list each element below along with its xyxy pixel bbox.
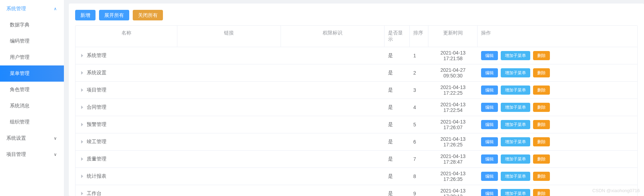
cell-name-text: 统计报表 — [87, 173, 106, 179]
cell-name-text: 系统设置 — [87, 70, 106, 76]
delete-button[interactable]: 删除 — [533, 86, 550, 95]
edit-button[interactable]: 编辑 — [481, 172, 498, 181]
cell-sort: 5 — [410, 118, 428, 132]
edit-button[interactable]: 编辑 — [481, 189, 498, 196]
cell-time: 2021-04-13 17:26:35 — [428, 168, 478, 185]
add-child-button[interactable]: 增加子菜单 — [501, 68, 530, 77]
cell-ops: 编辑增加子菜单删除 — [478, 186, 637, 196]
cell-show: 是 — [385, 66, 410, 80]
table-row: 系统管理是12021-04-13 17:21:58编辑增加子菜单删除 — [75, 47, 637, 64]
th-time: 更新时间 — [428, 26, 478, 47]
add-child-button[interactable]: 增加子菜单 — [501, 86, 530, 95]
table-row: 质量管理是72021-04-13 17:28:47编辑增加子菜单删除 — [75, 151, 637, 168]
cell-link — [177, 152, 281, 166]
add-child-button[interactable]: 增加子菜单 — [501, 120, 530, 129]
expand-caret-icon[interactable] — [81, 140, 83, 144]
expand-caret-icon[interactable] — [81, 157, 83, 161]
expand-caret-icon[interactable] — [81, 88, 83, 92]
cell-name: 预警管理 — [75, 118, 177, 132]
add-child-button[interactable]: 增加子菜单 — [501, 172, 530, 181]
cell-show: 是 — [385, 118, 410, 132]
sidebar-item-0-0[interactable]: 数据字典 — [0, 17, 64, 33]
sidebar-group-0[interactable]: 系统管理 — [0, 1, 64, 17]
cell-show: 是 — [385, 169, 410, 183]
cell-link — [177, 66, 281, 80]
add-child-button[interactable]: 增加子菜单 — [501, 154, 530, 164]
add-child-button[interactable]: 增加子菜单 — [501, 51, 530, 60]
sidebar-group-label: 项目管理 — [6, 151, 26, 158]
cell-show: 是 — [385, 152, 410, 166]
expand-caret-icon[interactable] — [81, 192, 83, 195]
sidebar-group-2[interactable]: 项目管理 — [0, 146, 64, 163]
expand-caret-icon[interactable] — [81, 54, 83, 57]
sidebar-group-1[interactable]: 系统设置 — [0, 130, 64, 146]
edit-button[interactable]: 编辑 — [481, 51, 498, 60]
th-name: 名称 — [75, 26, 177, 47]
table-row: 统计报表是82021-04-13 17:26:35编辑增加子菜单删除 — [75, 168, 637, 185]
sidebar-item-0-1[interactable]: 编码管理 — [0, 33, 64, 49]
edit-button[interactable]: 编辑 — [481, 68, 498, 77]
cell-sort: 9 — [410, 186, 428, 196]
expand-all-button[interactable]: 展开所有 — [99, 10, 129, 20]
th-perm: 权限标识 — [281, 26, 385, 47]
cell-show: 是 — [385, 135, 410, 149]
collapse-all-button[interactable]: 关闭所有 — [133, 10, 163, 20]
sidebar-group-label: 系统管理 — [6, 6, 26, 12]
edit-button[interactable]: 编辑 — [481, 86, 498, 95]
expand-caret-icon[interactable] — [81, 106, 83, 109]
sidebar: 系统管理数据字典编码管理用户管理菜单管理角色管理系统消息组织管理系统设置项目管理 — [0, 0, 64, 196]
cell-name: 合同管理 — [75, 100, 177, 114]
delete-button[interactable]: 删除 — [533, 51, 550, 60]
cell-time: 2021-04-13 17:28:47 — [428, 151, 478, 167]
cell-name: 统计报表 — [75, 169, 177, 183]
expand-caret-icon[interactable] — [81, 123, 83, 126]
delete-button[interactable]: 删除 — [533, 172, 550, 181]
delete-button[interactable]: 删除 — [533, 68, 550, 77]
chevron-down-icon — [54, 152, 57, 157]
add-child-button[interactable]: 增加子菜单 — [501, 137, 530, 146]
cell-name-text: 合同管理 — [87, 104, 106, 110]
sidebar-item-0-2[interactable]: 用户管理 — [0, 49, 64, 65]
delete-button[interactable]: 删除 — [533, 103, 550, 112]
cell-perm — [281, 66, 385, 80]
cell-ops: 编辑增加子菜单删除 — [478, 169, 637, 184]
delete-button[interactable]: 删除 — [533, 154, 550, 164]
add-button[interactable]: 新增 — [75, 10, 96, 20]
expand-caret-icon[interactable] — [81, 175, 83, 178]
delete-button[interactable]: 删除 — [533, 137, 550, 146]
cell-show: 是 — [385, 100, 410, 114]
add-child-button[interactable]: 增加子菜单 — [501, 189, 530, 196]
cell-perm — [281, 186, 385, 196]
sidebar-item-0-5[interactable]: 系统消息 — [0, 98, 64, 114]
expand-caret-icon[interactable] — [81, 71, 83, 75]
sidebar-item-0-3[interactable]: 菜单管理 — [0, 65, 64, 82]
cell-sort: 7 — [410, 152, 428, 166]
table-row: 系统设置是22021-04-27 09:50:30编辑增加子菜单删除 — [75, 64, 637, 82]
cell-show: 是 — [385, 186, 410, 196]
cell-ops: 编辑增加子菜单删除 — [478, 48, 637, 63]
cell-time: 2021-04-13 17:22:25 — [428, 82, 478, 99]
th-link: 链接 — [177, 26, 281, 47]
add-child-button[interactable]: 增加子菜单 — [501, 103, 530, 112]
cell-ops: 编辑增加子菜单删除 — [478, 117, 637, 132]
chevron-down-icon — [54, 136, 57, 141]
cell-name: 系统管理 — [75, 49, 177, 63]
cell-link — [177, 186, 281, 196]
menu-table: 名称 链接 权限标识 是否显示 排序 更新时间 操作 系统管理是12021-04… — [75, 25, 638, 196]
sidebar-item-0-4[interactable]: 角色管理 — [0, 82, 64, 98]
cell-time: 2021-04-13 17:30:12 — [428, 185, 478, 196]
sidebar-item-0-6[interactable]: 组织管理 — [0, 114, 64, 130]
edit-button[interactable]: 编辑 — [481, 103, 498, 112]
th-sort: 排序 — [410, 26, 428, 47]
edit-button[interactable]: 编辑 — [481, 120, 498, 129]
table-row: 合同管理是42021-04-13 17:22:54编辑增加子菜单删除 — [75, 99, 637, 116]
cell-ops: 编辑增加子菜单删除 — [478, 134, 637, 149]
delete-button[interactable]: 删除 — [533, 120, 550, 129]
edit-button[interactable]: 编辑 — [481, 137, 498, 146]
delete-button[interactable]: 删除 — [533, 189, 550, 196]
cell-ops: 编辑增加子菜单删除 — [478, 83, 637, 97]
cell-name: 项目管理 — [75, 83, 177, 97]
edit-button[interactable]: 编辑 — [481, 154, 498, 164]
cell-sort: 1 — [410, 49, 428, 63]
table-header-row: 名称 链接 权限标识 是否显示 排序 更新时间 操作 — [75, 26, 637, 47]
